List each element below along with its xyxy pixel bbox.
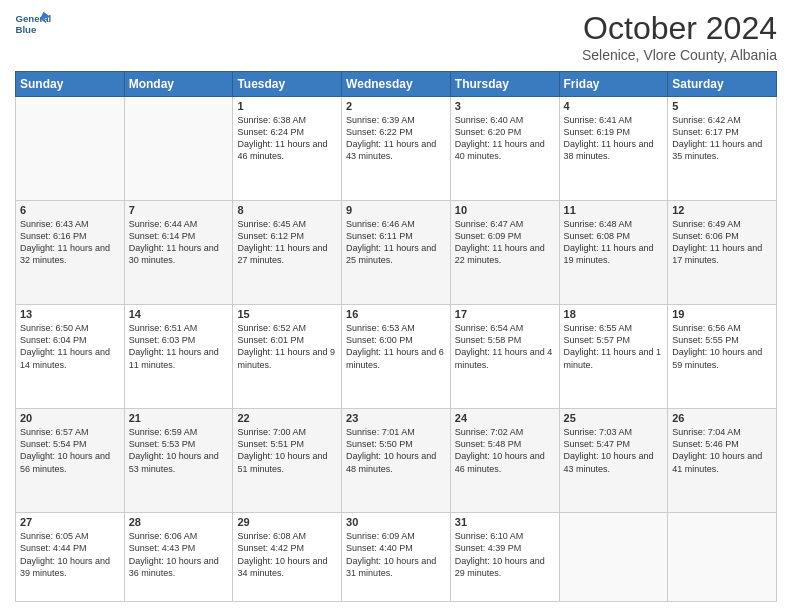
calendar-cell: 8Sunrise: 6:45 AM Sunset: 6:12 PM Daylig… [233, 201, 342, 305]
day-info: Sunrise: 6:47 AM Sunset: 6:09 PM Dayligh… [455, 218, 555, 267]
calendar-week-row: 20Sunrise: 6:57 AM Sunset: 5:54 PM Dayli… [16, 409, 777, 513]
col-saturday: Saturday [668, 72, 777, 97]
day-number: 8 [237, 204, 337, 216]
day-number: 30 [346, 516, 446, 528]
day-number: 6 [20, 204, 120, 216]
calendar-cell [668, 513, 777, 602]
day-number: 5 [672, 100, 772, 112]
calendar-cell: 6Sunrise: 6:43 AM Sunset: 6:16 PM Daylig… [16, 201, 125, 305]
day-info: Sunrise: 6:05 AM Sunset: 4:44 PM Dayligh… [20, 530, 120, 579]
day-info: Sunrise: 6:52 AM Sunset: 6:01 PM Dayligh… [237, 322, 337, 371]
col-wednesday: Wednesday [342, 72, 451, 97]
day-number: 11 [564, 204, 664, 216]
calendar-week-row: 27Sunrise: 6:05 AM Sunset: 4:44 PM Dayli… [16, 513, 777, 602]
calendar-cell: 25Sunrise: 7:03 AM Sunset: 5:47 PM Dayli… [559, 409, 668, 513]
day-number: 20 [20, 412, 120, 424]
calendar-cell: 29Sunrise: 6:08 AM Sunset: 4:42 PM Dayli… [233, 513, 342, 602]
calendar: SundayMondayTuesdayWednesdayThursdayFrid… [15, 71, 777, 602]
calendar-cell: 11Sunrise: 6:48 AM Sunset: 6:08 PM Dayli… [559, 201, 668, 305]
col-monday: Monday [124, 72, 233, 97]
calendar-cell [124, 97, 233, 201]
day-info: Sunrise: 7:02 AM Sunset: 5:48 PM Dayligh… [455, 426, 555, 475]
day-number: 18 [564, 308, 664, 320]
day-info: Sunrise: 6:39 AM Sunset: 6:22 PM Dayligh… [346, 114, 446, 163]
calendar-cell: 10Sunrise: 6:47 AM Sunset: 6:09 PM Dayli… [450, 201, 559, 305]
day-info: Sunrise: 6:43 AM Sunset: 6:16 PM Dayligh… [20, 218, 120, 267]
col-sunday: Sunday [16, 72, 125, 97]
day-info: Sunrise: 6:45 AM Sunset: 6:12 PM Dayligh… [237, 218, 337, 267]
day-info: Sunrise: 6:40 AM Sunset: 6:20 PM Dayligh… [455, 114, 555, 163]
day-info: Sunrise: 6:57 AM Sunset: 5:54 PM Dayligh… [20, 426, 120, 475]
col-friday: Friday [559, 72, 668, 97]
calendar-cell: 4Sunrise: 6:41 AM Sunset: 6:19 PM Daylig… [559, 97, 668, 201]
calendar-cell: 18Sunrise: 6:55 AM Sunset: 5:57 PM Dayli… [559, 305, 668, 409]
day-number: 15 [237, 308, 337, 320]
day-number: 1 [237, 100, 337, 112]
day-number: 26 [672, 412, 772, 424]
calendar-cell: 20Sunrise: 6:57 AM Sunset: 5:54 PM Dayli… [16, 409, 125, 513]
day-info: Sunrise: 6:54 AM Sunset: 5:58 PM Dayligh… [455, 322, 555, 371]
calendar-cell: 22Sunrise: 7:00 AM Sunset: 5:51 PM Dayli… [233, 409, 342, 513]
day-number: 27 [20, 516, 120, 528]
day-info: Sunrise: 6:55 AM Sunset: 5:57 PM Dayligh… [564, 322, 664, 371]
day-info: Sunrise: 7:04 AM Sunset: 5:46 PM Dayligh… [672, 426, 772, 475]
calendar-week-row: 1Sunrise: 6:38 AM Sunset: 6:24 PM Daylig… [16, 97, 777, 201]
calendar-cell: 3Sunrise: 6:40 AM Sunset: 6:20 PM Daylig… [450, 97, 559, 201]
calendar-cell: 24Sunrise: 7:02 AM Sunset: 5:48 PM Dayli… [450, 409, 559, 513]
calendar-week-row: 13Sunrise: 6:50 AM Sunset: 6:04 PM Dayli… [16, 305, 777, 409]
day-number: 12 [672, 204, 772, 216]
calendar-cell [16, 97, 125, 201]
day-number: 7 [129, 204, 229, 216]
day-info: Sunrise: 6:38 AM Sunset: 6:24 PM Dayligh… [237, 114, 337, 163]
day-info: Sunrise: 6:41 AM Sunset: 6:19 PM Dayligh… [564, 114, 664, 163]
calendar-cell: 12Sunrise: 6:49 AM Sunset: 6:06 PM Dayli… [668, 201, 777, 305]
day-number: 28 [129, 516, 229, 528]
day-info: Sunrise: 6:51 AM Sunset: 6:03 PM Dayligh… [129, 322, 229, 371]
calendar-cell: 13Sunrise: 6:50 AM Sunset: 6:04 PM Dayli… [16, 305, 125, 409]
col-thursday: Thursday [450, 72, 559, 97]
logo: General Blue [15, 10, 51, 38]
day-info: Sunrise: 6:53 AM Sunset: 6:00 PM Dayligh… [346, 322, 446, 371]
day-info: Sunrise: 6:09 AM Sunset: 4:40 PM Dayligh… [346, 530, 446, 579]
day-info: Sunrise: 6:49 AM Sunset: 6:06 PM Dayligh… [672, 218, 772, 267]
day-number: 23 [346, 412, 446, 424]
calendar-cell: 19Sunrise: 6:56 AM Sunset: 5:55 PM Dayli… [668, 305, 777, 409]
day-number: 21 [129, 412, 229, 424]
calendar-cell [559, 513, 668, 602]
month-title: October 2024 [582, 10, 777, 47]
day-number: 31 [455, 516, 555, 528]
day-number: 10 [455, 204, 555, 216]
day-info: Sunrise: 7:03 AM Sunset: 5:47 PM Dayligh… [564, 426, 664, 475]
day-number: 16 [346, 308, 446, 320]
day-number: 13 [20, 308, 120, 320]
day-info: Sunrise: 6:56 AM Sunset: 5:55 PM Dayligh… [672, 322, 772, 371]
day-info: Sunrise: 6:44 AM Sunset: 6:14 PM Dayligh… [129, 218, 229, 267]
calendar-cell: 30Sunrise: 6:09 AM Sunset: 4:40 PM Dayli… [342, 513, 451, 602]
day-number: 2 [346, 100, 446, 112]
calendar-header-row: SundayMondayTuesdayWednesdayThursdayFrid… [16, 72, 777, 97]
day-info: Sunrise: 6:10 AM Sunset: 4:39 PM Dayligh… [455, 530, 555, 579]
calendar-cell: 23Sunrise: 7:01 AM Sunset: 5:50 PM Dayli… [342, 409, 451, 513]
header: General Blue October 2024 Selenice, Vlor… [15, 10, 777, 63]
calendar-week-row: 6Sunrise: 6:43 AM Sunset: 6:16 PM Daylig… [16, 201, 777, 305]
calendar-cell: 27Sunrise: 6:05 AM Sunset: 4:44 PM Dayli… [16, 513, 125, 602]
day-info: Sunrise: 6:48 AM Sunset: 6:08 PM Dayligh… [564, 218, 664, 267]
col-tuesday: Tuesday [233, 72, 342, 97]
day-info: Sunrise: 6:50 AM Sunset: 6:04 PM Dayligh… [20, 322, 120, 371]
calendar-cell: 17Sunrise: 6:54 AM Sunset: 5:58 PM Dayli… [450, 305, 559, 409]
day-info: Sunrise: 7:00 AM Sunset: 5:51 PM Dayligh… [237, 426, 337, 475]
day-number: 24 [455, 412, 555, 424]
day-number: 14 [129, 308, 229, 320]
day-info: Sunrise: 6:06 AM Sunset: 4:43 PM Dayligh… [129, 530, 229, 579]
day-info: Sunrise: 6:08 AM Sunset: 4:42 PM Dayligh… [237, 530, 337, 579]
calendar-cell: 7Sunrise: 6:44 AM Sunset: 6:14 PM Daylig… [124, 201, 233, 305]
calendar-cell: 31Sunrise: 6:10 AM Sunset: 4:39 PM Dayli… [450, 513, 559, 602]
calendar-cell: 1Sunrise: 6:38 AM Sunset: 6:24 PM Daylig… [233, 97, 342, 201]
calendar-cell: 2Sunrise: 6:39 AM Sunset: 6:22 PM Daylig… [342, 97, 451, 201]
day-number: 3 [455, 100, 555, 112]
day-number: 19 [672, 308, 772, 320]
day-number: 9 [346, 204, 446, 216]
location: Selenice, Vlore County, Albania [582, 47, 777, 63]
calendar-cell: 26Sunrise: 7:04 AM Sunset: 5:46 PM Dayli… [668, 409, 777, 513]
calendar-cell: 28Sunrise: 6:06 AM Sunset: 4:43 PM Dayli… [124, 513, 233, 602]
